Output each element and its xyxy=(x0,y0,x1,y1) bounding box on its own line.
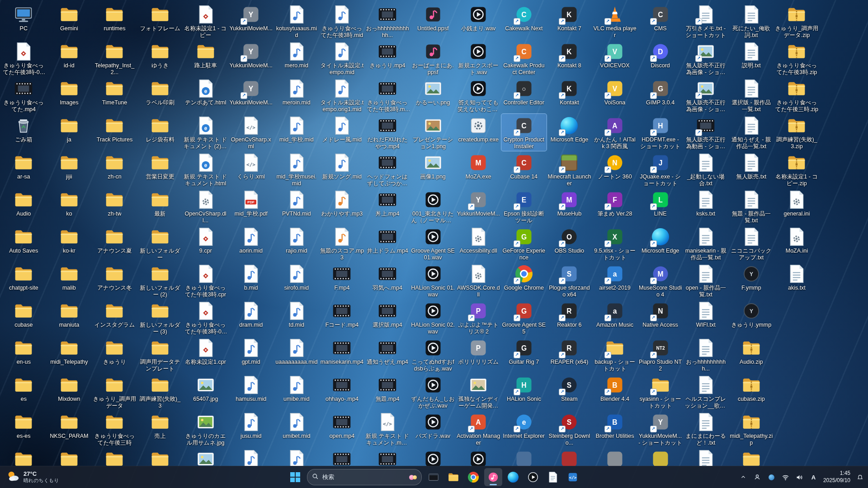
desktop-icon-grid[interactable]: PCきゅうり食べってた午後3時-01.cprきゅうり食べってた.mp4ごみ箱ar… xyxy=(1,3,820,466)
desktop-icon[interactable]: KKontakt 8 xyxy=(547,40,592,77)
desktop-icon[interactable]: WIFI.txt xyxy=(683,299,729,336)
file-explorer-taskbar-button[interactable] xyxy=(444,468,462,486)
desktop-icon[interactable]: メドレー風.mid xyxy=(319,114,365,151)
desktop-icon[interactable]: manisekarin - 親作品一覧.txt xyxy=(683,225,729,262)
desktop-icon[interactable]: JJQuake.exe - ショートカット xyxy=(637,151,683,188)
desktop-icon[interactable]: DDiscord xyxy=(637,40,683,77)
desktop-icon[interactable]: ラベル印刷 xyxy=(137,77,183,114)
desktop-icon[interactable]: runtimes xyxy=(92,3,137,40)
desktop-icon[interactable]: LLINE xyxy=(637,188,683,225)
desktop-icon[interactable]: 新しいフォルダー (2) xyxy=(137,262,183,299)
desktop-icon[interactable]: きゅうり食べってた午後3時-01.cpr xyxy=(1,40,47,77)
desktop-icon[interactable]: MMoZA.exe xyxy=(456,151,501,188)
desktop-icon[interactable]: chatgpt-site xyxy=(1,262,47,299)
desktop-icon[interactable]: backup - ショートカット xyxy=(592,336,638,373)
desktop-icon[interactable]: Images xyxy=(47,77,92,114)
desktop-icon[interactable]: YYukkuriMovieM... xyxy=(228,3,274,40)
desktop-icon[interactable]: Untitled.ppsf xyxy=(410,3,456,40)
desktop-icon[interactable]: おっhhhhhhhhhh... xyxy=(683,336,729,373)
desktop-icon[interactable]: maniuta xyxy=(47,299,92,336)
desktop-icon[interactable]: 無題 - 親作品一覧.txt xyxy=(729,188,774,225)
desktop-icon[interactable]: きゅうり食べってた午後3時.mp4 xyxy=(365,77,410,114)
desktop-icon[interactable]: cubase xyxy=(1,299,47,336)
desktop-icon[interactable]: 無題.mp4 xyxy=(365,373,410,410)
desktop-icon[interactable]: YYukkuriMovieM... xyxy=(228,40,274,77)
desktop-icon[interactable]: NNative Access xyxy=(637,299,683,336)
desktop-icon[interactable]: umibet.mid xyxy=(274,410,320,447)
desktop-icon[interactable]: 名称未設定1.cpr xyxy=(183,336,228,373)
desktop-icon[interactable]: sirofo.mid xyxy=(274,262,320,299)
desktop-icon[interactable]: ヘルスコンプレッション__歌詞.txt xyxy=(683,373,729,410)
desktop-icon[interactable]: </>新規 テキスト ドキュメント.musicxml xyxy=(365,410,410,447)
desktop-icon[interactable]: HHALion Sonic xyxy=(501,373,547,410)
desktop-icon[interactable]: アナウンス冬 xyxy=(92,262,137,299)
desktop-icon[interactable]: 新しいフォルダー xyxy=(137,225,183,262)
desktop-icon[interactable]: 井上ドラム.mp4 xyxy=(365,225,410,262)
desktop-icon[interactable]: Groove Agent SE 01.wav xyxy=(410,225,456,262)
desktop-icon[interactable] xyxy=(456,447,501,466)
desktop-icon[interactable]: manisekarin.mp4 xyxy=(319,336,365,373)
desktop-icon[interactable]: ニコニコバックアップ.txt xyxy=(729,225,774,262)
desktop-icon[interactable]: zh-tw xyxy=(92,188,137,225)
desktop-icon[interactable]: Pぷよぷよ™テトリス® 2 xyxy=(456,299,501,336)
desktop-icon[interactable] xyxy=(137,447,183,466)
desktop-icon[interactable]: ar-sa xyxy=(1,151,47,188)
desktop-icon[interactable]: malib xyxy=(47,262,92,299)
desktop-icon[interactable]: タイトル未設定.tempo.mid xyxy=(319,40,365,77)
desktop-icon[interactable] xyxy=(92,447,137,466)
desktop-icon[interactable]: Google Chrome xyxy=(501,262,547,299)
desktop-icon[interactable]: AWSSDK.Core.dll xyxy=(456,262,501,299)
desktop-icon[interactable]: KKontakt xyxy=(547,77,592,114)
desktop-icon[interactable]: 名称未設定1 - コピー xyxy=(183,3,228,40)
desktop-icon[interactable] xyxy=(319,447,365,466)
desktop-icon[interactable]: CCubase 14 xyxy=(501,151,547,188)
tray-chevron-up-button[interactable] xyxy=(736,469,750,485)
desktop-icon[interactable]: ○Controller Editor xyxy=(501,77,547,114)
desktop-icon[interactable]: open - 親作品一覧.txt xyxy=(683,262,729,299)
desktop-icon[interactable]: YYukkuriMovieM... xyxy=(456,188,501,225)
desktop-icon[interactable]: 65407.jpg xyxy=(183,373,228,410)
desktop-icon[interactable]: タイトル未設定.tempo.orig1.mid xyxy=(319,77,365,114)
desktop-icon[interactable]: dram.mid xyxy=(228,299,274,336)
desktop-icon[interactable]: CCakewalk Product Center xyxy=(501,40,547,77)
desktop-icon[interactable]: e新規 テキスト ドキュメント (2).html xyxy=(183,114,228,151)
desktop-icon[interactable]: 営業日変更 xyxy=(137,151,183,188)
pink-music-app-taskbar-button[interactable] xyxy=(484,468,502,486)
desktop-icon[interactable]: 新規ソング.mid xyxy=(319,151,365,188)
media-player-taskbar-button[interactable] xyxy=(524,468,542,486)
desktop-icon[interactable]: きゅうり食べってた.mp4 xyxy=(1,77,47,114)
desktop-icon[interactable]: PVTNd.mid xyxy=(274,188,320,225)
desktop-icon[interactable]: b.mid xyxy=(228,262,274,299)
desktop-icon[interactable]: ohhayo-.mp4 xyxy=(319,373,365,410)
desktop-icon[interactable]: インスタグラム xyxy=(92,299,137,336)
dark-window-app-taskbar-button[interactable] xyxy=(425,468,443,486)
desktop-icon[interactable]: きゅうり食べってた午後3時.zip xyxy=(774,40,820,77)
desktop-icon[interactable]: id-id xyxy=(47,40,92,77)
desktop-icon[interactable]: 無人販売不正行為画像 - ショートカッ... xyxy=(683,40,729,77)
desktop-icon[interactable]: 路上駐車 xyxy=(183,40,228,77)
desktop-icon[interactable] xyxy=(410,447,456,466)
desktop-icon[interactable]: 丼上.mp4 xyxy=(365,188,410,225)
desktop-icon[interactable] xyxy=(729,447,774,466)
desktop-icon[interactable]: VVOICEVOX xyxy=(592,40,638,77)
desktop-icon[interactable]: NKSC_PARAM xyxy=(47,410,92,447)
desktop-icon[interactable]: mero.mid xyxy=(274,40,320,77)
desktop-icon[interactable]: es xyxy=(1,373,47,410)
desktop-icon[interactable]: HALion Sonic 01.wav xyxy=(410,262,456,299)
desktop-icon[interactable]: createdump.exe xyxy=(456,114,501,151)
desktop-icon[interactable]: PC xyxy=(1,3,47,40)
desktop-icon[interactable] xyxy=(683,447,729,466)
desktop-icon[interactable]: VLC media player xyxy=(592,3,638,40)
desktop-icon[interactable]: SSteinberg Downlo... xyxy=(547,410,592,447)
clock[interactable]: 1:45 2025/09/10 xyxy=(821,470,853,484)
desktop-icon[interactable]: F筆まめ Ver.28 xyxy=(592,188,638,225)
desktop-icon[interactable]: きゅうり_調声用データ xyxy=(92,373,137,410)
desktop-icon[interactable]: 001_東北きりたん（ノーマル）_今じゃ... xyxy=(410,188,456,225)
desktop-icon[interactable]: 調声練習(失敗)_3.zip xyxy=(774,114,820,151)
desktop-icon[interactable]: 無人販売.txt xyxy=(729,151,774,188)
desktop-icon[interactable]: 新しいフォルダー (3) xyxy=(137,299,183,336)
search-input[interactable]: 検索 xyxy=(307,469,422,485)
desktop-icon[interactable]: きゅうり食べってた午後三時 xyxy=(92,410,137,447)
desktop-icon[interactable]: Microsoft Edge xyxy=(547,114,592,151)
desktop-icon[interactable]: 死にたい_俺歌詞.txt xyxy=(729,3,774,40)
